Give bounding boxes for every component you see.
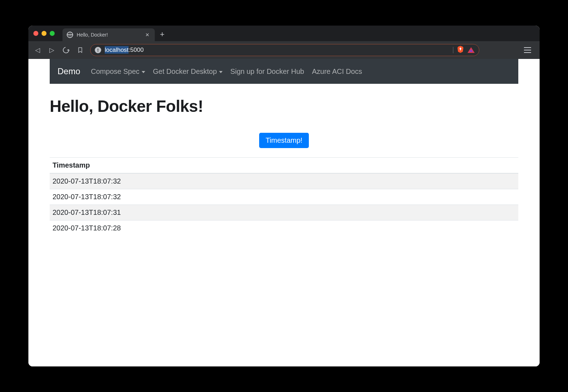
url-text: localhost:5000 <box>105 47 144 54</box>
maximize-window-button[interactable] <box>50 31 55 36</box>
window-controls <box>33 31 55 36</box>
table-header: Timestamp <box>50 158 518 174</box>
browser-window: Hello, Docker! × + ◁ ▷ ! localhost:5000 <box>28 26 540 366</box>
browser-tab[interactable]: Hello, Docker! × <box>62 28 155 41</box>
timestamp-cell: 2020-07-13T18:07:31 <box>50 205 518 220</box>
close-tab-button[interactable]: × <box>144 32 151 38</box>
page-viewport: Demo Compose SpecGet Docker DesktopSign … <box>28 59 540 366</box>
timestamp-cell: 2020-07-13T18:07:28 <box>50 220 518 236</box>
page-content: Hello, Docker Folks! Timestamp! Timestam… <box>50 84 518 236</box>
nav-link-label: Azure ACI Docs <box>312 67 362 76</box>
nav-link-label: Get Docker Desktop <box>153 67 217 76</box>
table-row: 2020-07-13T18:07:28 <box>50 220 518 236</box>
chevron-down-icon <box>219 71 223 73</box>
nav-link-2[interactable]: Sign up for Docker Hub <box>230 67 304 76</box>
timestamp-table: Timestamp 2020-07-13T18:07:322020-07-13T… <box>50 157 518 236</box>
url-host: localhost <box>105 46 129 54</box>
bookmark-icon[interactable] <box>76 46 84 54</box>
browser-toolbar: ◁ ▷ ! localhost:5000 <box>28 41 540 59</box>
tab-title: Hello, Docker! <box>77 32 141 38</box>
nav-link-1[interactable]: Get Docker Desktop <box>153 67 223 76</box>
minimize-window-button[interactable] <box>42 31 47 36</box>
button-row: Timestamp! <box>50 133 518 148</box>
timestamp-button[interactable]: Timestamp! <box>259 133 309 148</box>
nav-link-3[interactable]: Azure ACI Docs <box>312 67 362 76</box>
chevron-down-icon <box>142 71 145 73</box>
reload-button[interactable] <box>62 46 70 54</box>
menu-button[interactable] <box>523 47 532 53</box>
table-row: 2020-07-13T18:07:32 <box>50 189 518 205</box>
table-row: 2020-07-13T18:07:31 <box>50 205 518 220</box>
nav-link-label: Sign up for Docker Hub <box>230 67 304 76</box>
close-window-button[interactable] <box>33 31 38 36</box>
timestamp-cell: 2020-07-13T18:07:32 <box>50 189 518 205</box>
toolbar-right <box>485 47 535 53</box>
globe-icon <box>67 32 73 38</box>
brave-shields-icon[interactable] <box>457 45 464 55</box>
address-bar-right <box>453 45 475 55</box>
nav-link-0[interactable]: Compose Spec <box>91 67 145 76</box>
new-tab-button[interactable]: + <box>158 30 167 39</box>
page-heading: Hello, Docker Folks! <box>50 97 518 116</box>
nav-link-label: Compose Spec <box>91 67 140 76</box>
site-info-icon[interactable]: ! <box>95 47 101 53</box>
brand[interactable]: Demo <box>58 66 80 76</box>
address-bar[interactable]: ! localhost:5000 <box>90 44 479 56</box>
timestamp-cell: 2020-07-13T18:07:32 <box>50 173 518 189</box>
tab-strip: Hello, Docker! × + <box>28 26 540 41</box>
divider <box>453 47 453 53</box>
forward-button[interactable]: ▷ <box>48 46 56 54</box>
brave-rewards-icon[interactable] <box>468 47 475 53</box>
table-row: 2020-07-13T18:07:32 <box>50 173 518 189</box>
app-navbar: Demo Compose SpecGet Docker DesktopSign … <box>50 59 518 84</box>
url-port: :5000 <box>129 47 144 53</box>
back-button[interactable]: ◁ <box>33 46 42 54</box>
